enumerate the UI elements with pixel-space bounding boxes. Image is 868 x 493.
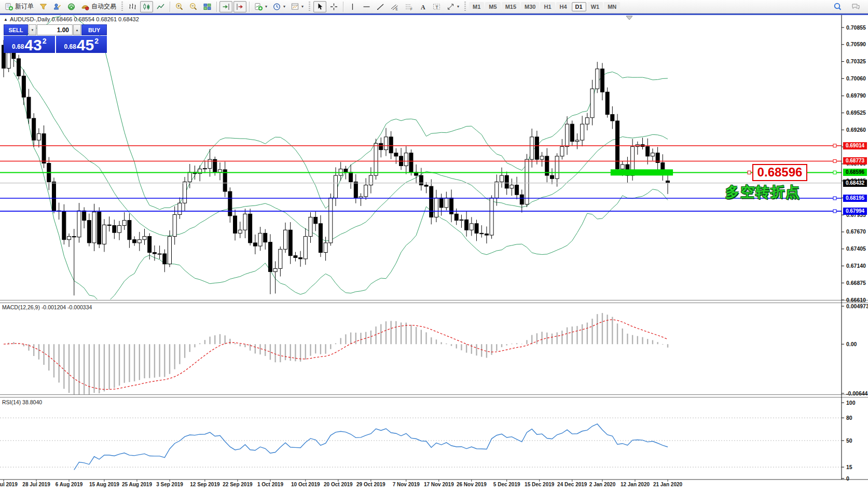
chart-shift-marker[interactable] xyxy=(626,16,632,20)
bear-candle xyxy=(419,175,423,185)
price-tick-label: 0.69525 xyxy=(846,109,866,116)
bar-chart-mode-button[interactable] xyxy=(126,1,139,12)
collapse-icon[interactable]: ▲ xyxy=(4,17,8,22)
template-icon xyxy=(291,3,299,11)
spin-down-icon: ▼ xyxy=(31,29,34,32)
volume-increase-button[interactable]: ▲ xyxy=(73,24,81,35)
bull-candle xyxy=(143,237,146,240)
zoom-in-button[interactable] xyxy=(173,1,186,12)
bull-candle xyxy=(324,243,327,253)
tf-h1-button[interactable]: H1 xyxy=(540,2,555,11)
bull-candle xyxy=(510,185,514,188)
price-level-chip: 0.69014 xyxy=(843,142,867,149)
main-plot xyxy=(2,13,670,304)
dropdown-arrow-icon: ▾ xyxy=(301,4,304,9)
community-chat-button[interactable] xyxy=(849,1,862,12)
price-tick-label: 0.67140 xyxy=(846,263,866,269)
candlestick-mode-button[interactable] xyxy=(140,1,153,12)
draw-channel-button[interactable]: E xyxy=(388,1,401,12)
tf-m1-button[interactable]: M1 xyxy=(469,2,484,11)
cursor-tool-button[interactable] xyxy=(313,1,326,12)
texta-icon: A xyxy=(418,3,427,11)
sell-price-display[interactable]: 0.68432 xyxy=(4,36,55,53)
bull-candle xyxy=(374,143,378,175)
tf-d1-button[interactable]: D1 xyxy=(572,2,586,11)
new-chart-button[interactable]: ▾ xyxy=(252,1,269,12)
close-value: 0.68432 xyxy=(118,16,139,22)
bull-candle xyxy=(178,203,182,214)
tf-mn-button[interactable]: MN xyxy=(604,2,620,11)
cursor-icon xyxy=(315,3,324,11)
tile-windows-button[interactable] xyxy=(201,1,214,12)
draw-label-button[interactable]: T xyxy=(430,1,443,12)
date-tick-label: 5 Dec 2019 xyxy=(493,482,520,487)
date-tick-label: 6 Aug 2019 xyxy=(56,482,83,487)
price-tick-label: 0.66610 xyxy=(846,297,866,303)
chart-canvas[interactable]: 0.708550.705900.703250.700600.697900.695… xyxy=(0,0,868,493)
period-menu-button[interactable]: ▾ xyxy=(270,1,287,12)
draw-trendline-button[interactable] xyxy=(374,1,387,12)
shapes-icon xyxy=(446,3,455,11)
bear-candle xyxy=(505,175,508,188)
bull-candle xyxy=(359,197,363,198)
price-tick-label: 0.69260 xyxy=(846,127,866,133)
bear-candle xyxy=(264,233,267,242)
draw-vline-button[interactable] xyxy=(346,1,359,12)
bear-candle xyxy=(439,198,443,208)
newchart-icon xyxy=(254,3,263,11)
volume-input[interactable] xyxy=(37,24,73,35)
date-tick-label: 7 Nov 2019 xyxy=(393,482,420,487)
auto-trading-button[interactable]: 自动交易 xyxy=(79,1,118,12)
draw-hline-button[interactable] xyxy=(360,1,373,12)
crosshair-tool-button[interactable] xyxy=(327,1,340,12)
bull-candle xyxy=(122,221,126,226)
date-tick-label: 17 Nov 2019 xyxy=(424,482,454,487)
metaeditor-button[interactable] xyxy=(51,1,64,12)
tf-m15-button[interactable]: M15 xyxy=(502,2,520,11)
bull-candle xyxy=(596,69,599,89)
bull-candle xyxy=(590,89,594,118)
search-button[interactable] xyxy=(831,1,844,12)
bull-candle xyxy=(500,175,504,182)
new-order-button[interactable]: 新订单 xyxy=(3,1,36,12)
bull-candle xyxy=(585,118,589,124)
bull-candle xyxy=(495,182,499,198)
search-icon xyxy=(833,3,842,11)
bull-candle xyxy=(218,170,222,172)
spin-up-icon: ▲ xyxy=(76,29,79,32)
chart-shift-button[interactable] xyxy=(233,1,246,12)
tf-w1-button[interactable]: W1 xyxy=(587,2,603,11)
draw-fibonacci-button[interactable]: F xyxy=(402,1,415,12)
green-zone-rectangle[interactable] xyxy=(611,169,673,175)
zoom-out-button[interactable] xyxy=(187,1,200,12)
draw-shapes-button[interactable]: ▾ xyxy=(444,1,461,12)
toolbar-separator xyxy=(170,2,170,12)
tf-m30-button[interactable]: M30 xyxy=(521,2,539,11)
buy-price-display[interactable]: 0.68452 xyxy=(56,36,107,53)
rsi-line xyxy=(74,424,668,470)
bear-candle xyxy=(249,214,252,243)
tf-h4-button[interactable]: H4 xyxy=(556,2,571,11)
date-tick-label: 26 Nov 2019 xyxy=(457,482,487,487)
tf-m5-button[interactable]: M5 xyxy=(485,2,500,11)
line-chart-mode-button[interactable] xyxy=(154,1,167,12)
volume-decrease-button[interactable]: ▼ xyxy=(29,24,36,35)
buy-button[interactable]: BUY xyxy=(81,24,107,35)
open-value: 0.68466 xyxy=(52,16,73,22)
quotes-window-button[interactable] xyxy=(37,1,50,12)
bull-candle xyxy=(581,124,584,140)
date-tick-label: 22 Sep 2019 xyxy=(223,482,253,487)
draw-text-button[interactable]: A xyxy=(416,1,429,12)
date-tick-label: 1 Oct 2019 xyxy=(257,482,283,487)
signals-button[interactable] xyxy=(65,1,78,12)
line-anchor-marker xyxy=(833,197,836,200)
bull-candle xyxy=(566,124,569,146)
auto-scroll-button[interactable] xyxy=(219,1,232,12)
toolbar-grip xyxy=(309,2,310,12)
bull-candle xyxy=(183,182,187,203)
sell-button[interactable]: SELL xyxy=(4,24,28,35)
autoscroll-icon xyxy=(222,3,230,11)
bull-candle xyxy=(243,214,247,230)
templates-menu-button[interactable]: ▾ xyxy=(288,1,306,12)
bull-candle xyxy=(434,198,438,217)
